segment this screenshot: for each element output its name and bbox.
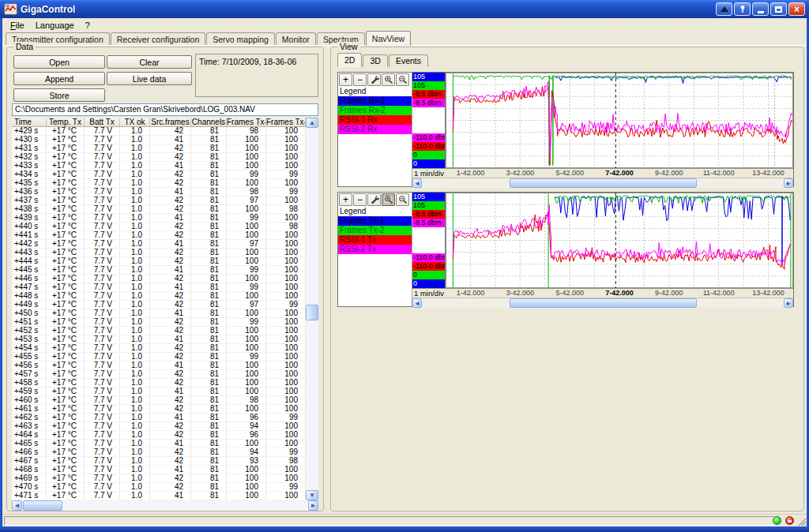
menu-item-[interactable]: ? xyxy=(81,20,95,31)
store-button[interactable]: Store xyxy=(13,88,105,102)
file-path-field[interactable]: C:\Documents and Settings\Carsten Gran\S… xyxy=(12,103,318,116)
column-header-temp-tx[interactable]: Temp. Tx xyxy=(47,118,85,126)
chart-scroll-left-button[interactable]: ◄ xyxy=(412,298,422,308)
chart-hscrollbar[interactable]: ◄► xyxy=(412,178,793,188)
table-row[interactable]: +435 s+17 °C7.7 V1.04281100100 xyxy=(12,179,306,188)
column-header-frames-tx-1[interactable]: Frames Tx-1 xyxy=(227,118,266,126)
table-row[interactable]: +429 s+17 °C7.7 V1.0428198100 xyxy=(12,127,306,136)
column-header-channels[interactable]: Channels xyxy=(191,118,227,126)
table-vscroll-thumb[interactable] xyxy=(306,305,318,320)
table-row[interactable]: +456 s+17 °C7.7 V1.04181100100 xyxy=(12,362,306,370)
legend-item[interactable]: RSSI-2 Rx xyxy=(338,125,412,134)
rollup-button[interactable] xyxy=(716,2,732,16)
minimize-button[interactable] xyxy=(752,2,769,16)
table-hscroll-thumb[interactable] xyxy=(23,500,62,511)
title-bar[interactable]: GigaControl × xyxy=(0,0,809,18)
tab-monitor[interactable]: Monitor xyxy=(276,32,316,46)
table-row[interactable]: +446 s+17 °C7.7 V1.04281100100 xyxy=(12,275,306,283)
legend-item[interactable]: RSSI-1 Rx xyxy=(338,115,412,125)
table-row[interactable]: +450 s+17 °C7.7 V1.04181100100 xyxy=(12,309,306,318)
chart-plot-area[interactable] xyxy=(446,73,793,168)
open-button[interactable]: Open xyxy=(13,55,105,69)
column-header-batt-tx[interactable]: Batt Tx xyxy=(85,118,120,126)
chart-scroll-left-button[interactable]: ◄ xyxy=(412,178,422,188)
table-row[interactable]: +470 s+17 °C7.7 V1.0428110099 xyxy=(12,483,306,492)
table-row[interactable]: +458 s+17 °C7.7 V1.04281100100 xyxy=(12,379,306,388)
table-row[interactable]: +443 s+17 °C7.7 V1.04281100100 xyxy=(12,249,306,257)
chart1-minus-button[interactable]: − xyxy=(353,73,367,86)
chart1-zoom-out-button[interactable] xyxy=(396,73,409,86)
table-row[interactable]: +457 s+17 °C7.7 V1.04281100100 xyxy=(12,370,306,379)
table-row[interactable]: +441 s+17 °C7.7 V1.04281100100 xyxy=(12,231,306,240)
table-row[interactable]: +442 s+17 °C7.7 V1.0418197100 xyxy=(12,240,306,249)
tab-receiver-configuration[interactable]: Receiver configuration xyxy=(111,32,205,46)
table-row[interactable]: +465 s+17 °C7.7 V1.04181100100 xyxy=(12,440,306,448)
chart2-wrench-button[interactable] xyxy=(367,193,381,206)
table-row[interactable]: +439 s+17 °C7.7 V1.0418199100 xyxy=(12,214,306,223)
chart-scroll-right-button[interactable]: ► xyxy=(784,178,793,188)
legend-item[interactable]: Frames Rx-2 xyxy=(338,106,412,115)
chart-plot-area[interactable] xyxy=(446,193,793,288)
table-row[interactable]: +451 s+17 °C7.7 V1.0428199100 xyxy=(12,318,306,327)
clear-button[interactable]: Clear xyxy=(107,55,192,69)
table-row[interactable]: +437 s+17 °C7.7 V1.0428197100 xyxy=(12,197,306,205)
table-row[interactable]: +455 s+17 °C7.7 V1.0428199100 xyxy=(12,353,306,362)
table-row[interactable]: +454 s+17 °C7.7 V1.04281100100 xyxy=(12,344,306,353)
tab-servo-mapping[interactable]: Servo mapping xyxy=(206,32,275,46)
legend-item[interactable]: Frames Tx-2 xyxy=(338,226,412,235)
table-scroll-down-button[interactable]: ▼ xyxy=(306,490,318,500)
table-row[interactable]: +464 s+17 °C7.7 V1.0428196100 xyxy=(12,431,306,440)
table-row[interactable]: +469 s+17 °C7.7 V1.04281100100 xyxy=(12,474,306,483)
maximize-button[interactable] xyxy=(770,2,787,16)
append-button[interactable]: Append xyxy=(13,72,105,85)
legend-item[interactable]: Frames Rx-1 xyxy=(338,96,412,106)
legend-item[interactable]: Frames Tx-1 xyxy=(338,216,412,226)
close-button[interactable]: × xyxy=(788,2,805,16)
chart1-zoom-in-button[interactable] xyxy=(382,73,395,86)
chart-hscrollbar[interactable]: ◄► xyxy=(412,298,793,308)
table-row[interactable]: +440 s+17 °C7.7 V1.0428110098 xyxy=(12,223,306,231)
table-row[interactable]: +433 s+17 °C7.7 V1.04181100100 xyxy=(12,162,306,170)
table-row[interactable]: +467 s+17 °C7.7 V1.042819398 xyxy=(12,457,306,466)
chart2-plus-button[interactable]: + xyxy=(339,193,352,206)
chart-hscroll-thumb[interactable] xyxy=(510,298,697,308)
chart-scroll-right-button[interactable]: ► xyxy=(784,298,793,308)
menu-item-file[interactable]: File xyxy=(6,20,29,31)
table-scroll-left-button[interactable]: ◄ xyxy=(12,500,22,511)
table-row[interactable]: +449 s+17 °C7.7 V1.042819799 xyxy=(12,301,306,309)
table-row[interactable]: +466 s+17 °C7.7 V1.042819499 xyxy=(12,448,306,457)
column-header-src-frames[interactable]: Src.frames xyxy=(150,118,191,126)
chart2-zoom-in-button[interactable] xyxy=(382,193,395,206)
table-row[interactable]: +434 s+17 °C7.7 V1.042819999 xyxy=(12,170,306,179)
chart2-zoom-out-button[interactable] xyxy=(396,193,409,206)
table-row[interactable]: +438 s+17 °C7.7 V1.0428110098 xyxy=(12,205,306,214)
pin-button[interactable] xyxy=(734,2,751,16)
table-row[interactable]: +430 s+17 °C7.7 V1.04181100100 xyxy=(12,136,306,144)
table-row[interactable]: +436 s+17 °C7.7 V1.041819899 xyxy=(12,188,306,197)
resize-grip[interactable] xyxy=(796,515,807,526)
table-row[interactable]: +452 s+17 °C7.7 V1.04281100100 xyxy=(12,327,306,335)
chart-hscroll-thumb[interactable] xyxy=(510,178,697,188)
table-row[interactable]: +471 s+17 °C7.7 V1.04181100100 xyxy=(12,492,306,500)
column-header-frames-tx-2[interactable]: Frames Tx-2 xyxy=(266,118,306,126)
table-row[interactable]: +431 s+17 °C7.7 V1.04281100100 xyxy=(12,144,306,153)
table-row[interactable]: +447 s+17 °C7.7 V1.0418199100 xyxy=(12,283,306,292)
table-row[interactable]: +468 s+17 °C7.7 V1.04181100100 xyxy=(12,466,306,474)
table-row[interactable]: +445 s+17 °C7.7 V1.0418199100 xyxy=(12,266,306,275)
table-row[interactable]: +461 s+17 °C7.7 V1.04281100100 xyxy=(12,405,306,414)
table-row[interactable]: +444 s+17 °C7.7 V1.04281100100 xyxy=(12,257,306,266)
table-row[interactable]: +432 s+17 °C7.7 V1.04281100100 xyxy=(12,153,306,162)
table-row[interactable]: +459 s+17 °C7.7 V1.04181100100 xyxy=(12,388,306,396)
table-row[interactable]: +453 s+17 °C7.7 V1.04181100100 xyxy=(12,335,306,344)
legend-item[interactable]: RSSI-1 Tx xyxy=(338,235,412,245)
table-scroll-up-button[interactable]: ▲ xyxy=(306,118,318,128)
column-header-tx-ok[interactable]: TX ok xyxy=(120,118,150,126)
chart1-plus-button[interactable]: + xyxy=(339,73,352,86)
chart2-minus-button[interactable]: − xyxy=(353,193,367,206)
menu-item-language[interactable]: Language xyxy=(31,20,79,31)
table-row[interactable]: +462 s+17 °C7.7 V1.041819699 xyxy=(12,414,306,422)
view-tab-events[interactable]: Events xyxy=(389,54,428,67)
legend-item[interactable]: RSSI-2 Tx xyxy=(338,245,412,254)
live-data-button[interactable]: Live data xyxy=(107,72,192,85)
tab-navview[interactable]: NavView xyxy=(366,31,411,46)
